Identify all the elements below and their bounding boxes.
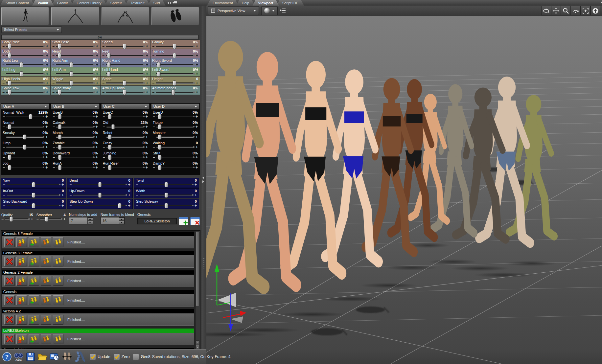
tab-script-ide[interactable]: Script IDE <box>277 0 304 6</box>
footprints-remove-button[interactable] <box>16 334 27 344</box>
slider-rail[interactable] <box>56 55 95 56</box>
slider-rail[interactable] <box>156 46 195 47</box>
slider-thumb[interactable] <box>158 155 162 160</box>
minus-button[interactable]: − <box>53 115 55 118</box>
slider-rail[interactable] <box>56 64 95 65</box>
footprints-add-button[interactable] <box>29 315 39 325</box>
slider-thumb[interactable] <box>157 71 161 77</box>
delete-walk-button[interactable] <box>4 257 15 266</box>
minus-button[interactable]: − <box>136 193 138 197</box>
minus-button[interactable]: − <box>3 166 5 169</box>
num-frames-value[interactable]: 16 <box>101 217 119 224</box>
slider-thumb[interactable] <box>108 114 111 119</box>
minus-button[interactable]: − <box>152 63 154 66</box>
plus-button[interactable]: + <box>96 146 98 149</box>
slider-thumb[interactable] <box>108 145 111 150</box>
minus-button[interactable]: − <box>52 54 55 57</box>
slider-rail[interactable] <box>156 126 194 127</box>
pane-menu-icon[interactable] <box>173 1 177 5</box>
delete-walk-button[interactable] <box>4 334 15 344</box>
plus-button[interactable]: + <box>196 54 198 57</box>
slider-thumb[interactable] <box>158 145 162 150</box>
plus-button[interactable]: + <box>196 146 198 149</box>
slider-rail[interactable] <box>156 116 194 117</box>
footprints-remove-button[interactable] <box>16 276 27 286</box>
minus-button[interactable]: − <box>103 146 105 149</box>
3d-scene[interactable] <box>206 16 602 364</box>
minus-button[interactable]: − <box>3 135 5 139</box>
plus-button[interactable]: + <box>96 91 98 94</box>
slider-thumb[interactable] <box>108 155 111 160</box>
minus-button[interactable]: − <box>1 217 4 221</box>
minus-button[interactable]: − <box>53 135 55 139</box>
slider-thumb[interactable] <box>173 80 176 86</box>
slider-rail[interactable] <box>56 92 95 93</box>
find-text-button[interactable]: ABC <box>13 351 24 362</box>
minus-button[interactable]: − <box>153 135 155 139</box>
footprints-button[interactable] <box>53 295 63 305</box>
plus-button[interactable]: + <box>128 183 130 186</box>
minus-button[interactable]: − <box>2 91 5 94</box>
num-steps-spinner[interactable]: 7 <box>69 217 93 224</box>
footprints-button[interactable] <box>53 334 63 344</box>
tab-environment[interactable]: Environment <box>207 0 239 6</box>
slider-thumb[interactable] <box>70 80 73 86</box>
plus-button[interactable]: + <box>146 146 148 149</box>
slider-rail[interactable] <box>56 157 94 158</box>
slider-rail[interactable] <box>73 194 127 196</box>
slider-thumb[interactable] <box>58 134 61 140</box>
plus-button[interactable]: + <box>96 63 98 66</box>
checkbox-gen8[interactable] <box>133 354 139 360</box>
slider-rail[interactable] <box>6 64 45 65</box>
minus-button[interactable]: − <box>152 45 154 48</box>
slider-rail[interactable] <box>140 194 193 196</box>
minus-button[interactable]: − <box>152 81 154 85</box>
delete-walk-button[interactable] <box>4 295 15 305</box>
slider-rail[interactable] <box>40 218 62 220</box>
footprints-pair-button[interactable] <box>41 334 51 344</box>
camera-selector-dropdown[interactable]: Perspective View <box>208 6 259 15</box>
minus-button[interactable]: − <box>69 183 72 186</box>
aim-camera-button[interactable] <box>590 6 600 15</box>
slider-thumb[interactable] <box>58 90 61 95</box>
plus-button[interactable]: + <box>96 115 98 118</box>
slider-rail[interactable] <box>140 205 193 206</box>
minus-button[interactable]: − <box>102 72 104 76</box>
scroll-up-button[interactable] <box>196 340 199 345</box>
slider-rail[interactable] <box>106 46 145 47</box>
slider-rail[interactable] <box>6 73 45 75</box>
footprints-remove-button[interactable] <box>16 315 27 325</box>
plus-button[interactable]: + <box>195 204 197 207</box>
slider-rail[interactable] <box>106 116 144 117</box>
plus-button[interactable]: + <box>46 81 48 85</box>
plus-button[interactable]: + <box>96 166 98 169</box>
tab-walkit[interactable]: WalkIt <box>32 0 54 6</box>
minus-button[interactable]: − <box>53 166 55 169</box>
slider-rail[interactable] <box>6 147 44 148</box>
plus-button[interactable]: + <box>46 91 48 94</box>
plus-button[interactable]: + <box>196 63 198 66</box>
slider-thumb[interactable] <box>158 134 162 140</box>
checkbox-update[interactable] <box>90 354 96 360</box>
minus-button[interactable]: − <box>153 115 155 118</box>
open-file-button[interactable] <box>37 351 48 362</box>
minus-button[interactable]: − <box>2 63 5 66</box>
plus-button[interactable]: + <box>146 156 148 159</box>
slider-thumb[interactable] <box>172 90 175 95</box>
slider-thumb[interactable] <box>158 165 162 170</box>
slider-rail[interactable] <box>156 136 194 138</box>
slider-rail[interactable] <box>5 218 30 220</box>
minus-button[interactable]: − <box>3 193 5 197</box>
plus-button[interactable]: + <box>196 72 198 76</box>
footprints-remove-button[interactable] <box>16 295 27 305</box>
character-list-scrollbar[interactable] <box>195 231 200 350</box>
slider-rail[interactable] <box>106 136 144 138</box>
plus-button[interactable]: + <box>96 72 98 76</box>
minus-button[interactable]: − <box>3 156 5 159</box>
orbit-camera-button[interactable] <box>541 6 551 15</box>
slider-thumb[interactable] <box>158 114 162 119</box>
minus-button[interactable]: − <box>52 72 55 76</box>
plus-button[interactable]: + <box>146 125 148 128</box>
slider-rail[interactable] <box>6 82 45 84</box>
minus-button[interactable]: − <box>136 183 138 186</box>
